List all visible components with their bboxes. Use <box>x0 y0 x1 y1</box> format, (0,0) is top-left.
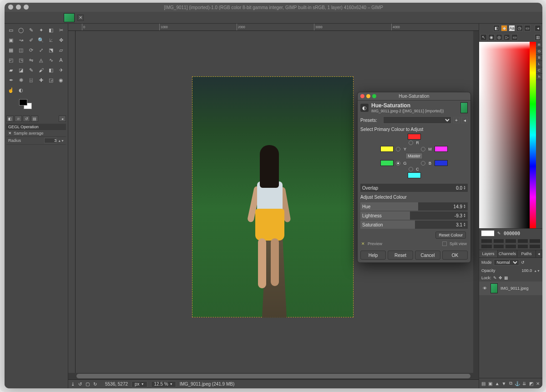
swatch-red[interactable] <box>408 134 421 140</box>
layer-visibility-icon[interactable]: 👁 <box>481 285 488 291</box>
tab-device-status-icon[interactable]: ⎚ <box>15 116 22 122</box>
merge-layer-icon[interactable]: ⇊ <box>521 380 527 387</box>
unit-selector[interactable]: px ▼ <box>131 381 147 387</box>
channel-L[interactable]: L <box>536 61 542 67</box>
preview-close-icon[interactable]: ✕ <box>361 241 365 246</box>
bucket-fill-tool-icon[interactable]: ▰ <box>6 65 15 75</box>
opacity-spinner-icon[interactable]: ▲▼ <box>534 269 540 272</box>
nav-tab-icon[interactable]: ◎ <box>496 34 502 40</box>
overlap-spinner-icon[interactable]: ▲▼ <box>463 186 466 190</box>
dialog-minimize-icon[interactable] <box>366 94 370 98</box>
dialog-close-icon[interactable] <box>360 94 364 98</box>
new-layer-icon[interactable]: ▤ <box>481 380 486 387</box>
eraser-tool-icon[interactable]: ◧ <box>46 65 56 75</box>
hue-slider[interactable]: Hue 14.9▲▼ <box>360 202 468 211</box>
swatch-cyan[interactable] <box>408 172 421 178</box>
radio-green[interactable] <box>396 161 400 166</box>
zoom-tool-icon[interactable]: 🔍 <box>36 35 46 45</box>
redo-icon[interactable]: ↻ <box>93 382 97 387</box>
reset-colour-button[interactable]: Reset Colour <box>435 231 466 239</box>
pointer-tab-icon[interactable]: ↖ <box>480 34 487 40</box>
hex-value[interactable]: 000000 <box>504 231 520 236</box>
ink-tool-icon[interactable]: ✒ <box>6 75 15 85</box>
saturation-slider[interactable]: Saturation 3.1▲▼ <box>360 221 468 229</box>
scale-tool-icon[interactable]: ⤢ <box>36 45 46 55</box>
lower-layer-icon[interactable]: ▼ <box>501 380 507 387</box>
hue-slider[interactable] <box>530 42 536 228</box>
sample-average-row[interactable]: ✕ Sample average <box>6 130 66 137</box>
dialog-zoom-icon[interactable] <box>372 94 376 98</box>
swatch-magenta[interactable] <box>435 146 448 152</box>
layer-row[interactable]: 👁 IMG_9011.jpeg <box>479 281 542 295</box>
canvas-image[interactable] <box>192 76 354 317</box>
sample-tab-icon[interactable]: ◉ <box>488 34 495 40</box>
fg-bg-colors[interactable] <box>19 99 35 112</box>
preset-menu-icon[interactable]: ◂ <box>461 117 468 123</box>
tab-layers[interactable]: Layers <box>479 250 498 257</box>
blur-tool-icon[interactable]: ◉ <box>56 75 66 85</box>
anchor-layer-icon[interactable]: ⚓ <box>515 380 520 387</box>
hue-spinner-icon[interactable]: ▲▼ <box>463 204 466 209</box>
radius-spinner-icon[interactable]: ▲▼ <box>58 139 64 142</box>
tab-tool-options-icon[interactable]: ◧ <box>6 116 14 122</box>
layer-name-label[interactable]: IMG_9011.jpeg <box>500 286 529 291</box>
paintbrush-tool-icon[interactable]: 🖌 <box>36 65 46 75</box>
document-tab-thumbnail[interactable] <box>64 13 75 22</box>
dialog-titlebar[interactable]: Hue-Saturation <box>358 92 470 101</box>
channel-C[interactable]: C <box>536 67 542 74</box>
tab-undo-history-icon[interactable]: ↺ <box>23 116 30 122</box>
opacity-value[interactable]: 100.0 <box>522 268 532 273</box>
cancel-icon[interactable]: ▢ <box>86 382 90 387</box>
heal-tool-icon[interactable]: ✚ <box>36 75 46 85</box>
vertical-scrollbar[interactable] <box>473 31 479 373</box>
undo-tab-icon[interactable]: ▷ <box>504 34 510 40</box>
raise-layer-icon[interactable]: ▲ <box>495 380 500 387</box>
swatch-yellow[interactable] <box>380 146 394 152</box>
lock-alpha-icon[interactable]: ▦ <box>504 276 508 280</box>
patterns-tab-icon[interactable]: ◆ <box>501 25 507 31</box>
scissors-tool-icon[interactable]: ✂ <box>56 25 66 35</box>
add-preset-icon[interactable]: + <box>453 117 460 123</box>
swatch-green[interactable] <box>380 160 394 166</box>
fg-color-swatch[interactable] <box>19 99 27 106</box>
unified-transform-tool-icon[interactable]: ◰ <box>6 55 15 65</box>
presets-select[interactable] <box>383 116 451 124</box>
lock-position-icon[interactable]: ✥ <box>499 276 502 280</box>
close-window-icon[interactable] <box>8 5 13 10</box>
clone-tool-icon[interactable]: ⌻ <box>26 75 35 85</box>
fonts-tab-icon[interactable]: Aa <box>509 25 515 31</box>
close-tab-icon[interactable]: ✕ <box>77 15 84 21</box>
layer-thumbnail[interactable] <box>490 283 498 293</box>
dash-tab-icon[interactable]: ▭ <box>511 34 518 40</box>
free-select-tool-icon[interactable]: ✎ <box>26 25 35 35</box>
channel-G[interactable]: G <box>536 48 542 55</box>
mode-reset-icon[interactable]: ↺ <box>521 260 525 265</box>
delete-layer-icon[interactable]: ✕ <box>535 380 541 387</box>
perspective-clone-tool-icon[interactable]: ◲ <box>46 75 56 85</box>
current-color-swatch[interactable] <box>481 230 495 236</box>
mypaint-tool-icon[interactable]: ❋ <box>16 75 25 85</box>
rect-select-tool-icon[interactable]: ▭ <box>6 25 15 35</box>
airbrush-tool-icon[interactable]: ✈ <box>56 65 66 75</box>
color-picker-tool-icon[interactable]: ✐ <box>26 35 35 45</box>
new-group-icon[interactable]: ▣ <box>488 380 493 387</box>
smudge-tool-icon[interactable]: ☝ <box>6 85 15 95</box>
radio-yellow[interactable] <box>396 147 400 151</box>
lightness-slider[interactable]: Lightness -9.3▲▼ <box>360 211 468 220</box>
radius-input[interactable] <box>44 138 57 143</box>
eyedropper-icon[interactable]: ✎ <box>497 231 501 236</box>
color-gradient-field[interactable] <box>479 42 530 228</box>
lock-pixels-icon[interactable]: ✎ <box>493 276 497 280</box>
ok-button[interactable]: OK <box>442 251 468 260</box>
handle-transform-tool-icon[interactable]: ◳ <box>16 55 25 65</box>
duplicate-layer-icon[interactable]: ⧉ <box>508 380 514 387</box>
pencil-tool-icon[interactable]: ✎ <box>26 65 35 75</box>
zoom-selector[interactable]: 12.5 %▼ <box>151 381 176 387</box>
save-icon[interactable]: ⤓ <box>71 382 75 387</box>
cancel-button[interactable]: Cancel <box>415 251 440 260</box>
mask-layer-icon[interactable]: ◩ <box>528 380 534 387</box>
warp-tool-icon[interactable]: ∿ <box>46 55 56 65</box>
tab-paths[interactable]: Paths <box>517 250 536 257</box>
swatch-blue[interactable] <box>435 160 448 166</box>
close-option-icon[interactable]: ✕ <box>8 131 12 136</box>
